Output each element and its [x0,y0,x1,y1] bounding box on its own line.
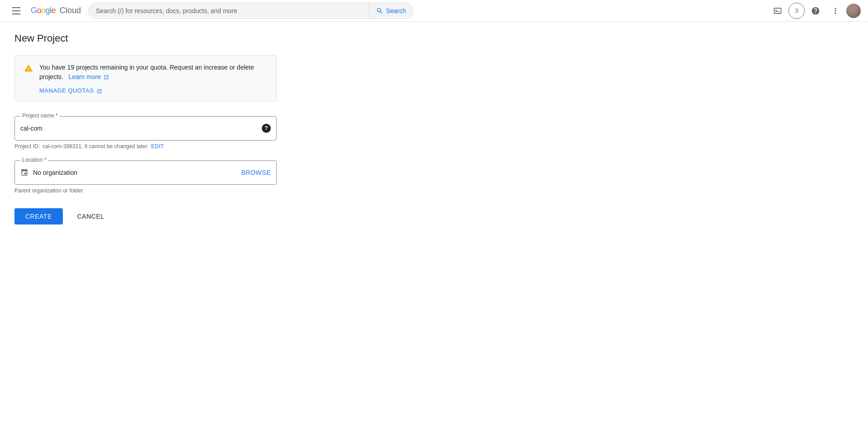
project-id-value: cal-com-398311. It cannot be changed lat… [42,143,148,150]
project-name-field: Project name * ? [14,116,277,140]
project-name-group: Project name * ? Project ID: cal-com-398… [14,116,277,150]
help-icon [811,6,820,15]
location-input-row: No organization BROWSE [15,161,276,184]
organization-icon [20,168,28,177]
location-value: No organization [33,169,241,176]
search-bar: Search [88,3,414,19]
location-group: Location * No organization BROWSE Parent… [14,160,277,194]
location-helper-text: Parent organization or folder [14,187,277,194]
page-title: New Project [14,33,854,44]
hamburger-button[interactable] [7,2,25,20]
google-cloud-logo[interactable]: Google Cloud [31,6,81,15]
alert-text: You have 19 projects remaining in your q… [39,63,267,82]
project-name-input[interactable] [20,125,262,132]
manage-quotas-link[interactable]: MANAGE QUOTAS [39,87,102,94]
location-field: Location * No organization BROWSE [14,160,277,185]
learn-more-link[interactable]: Learn more [67,73,109,80]
page-content: New Project You have 19 projects remaini… [0,22,868,235]
terminal-icon [773,6,782,15]
warning-icon [24,64,33,73]
project-name-help-icon[interactable]: ? [262,124,271,133]
browse-button[interactable]: BROWSE [241,169,271,176]
search-button[interactable]: Search [368,3,413,19]
terminal-button[interactable] [769,2,787,20]
logo-cloud-text: Cloud [57,6,81,15]
header-right: 3 [769,2,861,20]
create-button[interactable]: CREATE [14,208,63,225]
user-avatar[interactable] [846,4,861,18]
project-id-prefix: Project ID: [14,143,40,150]
notifications-count: 3 [795,7,798,14]
search-input[interactable] [89,7,368,14]
alert-content: You have 19 projects remaining in your q… [39,63,267,94]
search-button-label: Search [386,7,406,14]
hamburger-icon [9,4,24,18]
external-link-icon [104,75,109,80]
project-id-edit-link[interactable]: EDIT [151,143,164,150]
new-project-form: Project name * ? Project ID: cal-com-398… [14,116,277,225]
quota-alert: You have 19 projects remaining in your q… [14,55,277,102]
notifications-badge[interactable]: 3 [788,3,805,19]
more-vertical-icon [831,6,840,15]
cancel-button[interactable]: CANCEL [66,208,115,225]
header-left: Google Cloud [7,2,81,20]
help-button[interactable] [807,2,825,20]
more-options-button[interactable] [826,2,844,20]
header: Google Cloud Search 3 [0,0,868,22]
project-name-input-row: ? [15,117,276,140]
logo-text: Google [31,6,56,15]
project-id-row: Project ID: cal-com-398311. It cannot be… [14,143,277,150]
action-buttons: CREATE CANCEL [14,208,277,225]
search-icon [376,7,383,14]
external-link-icon-2 [97,89,102,94]
